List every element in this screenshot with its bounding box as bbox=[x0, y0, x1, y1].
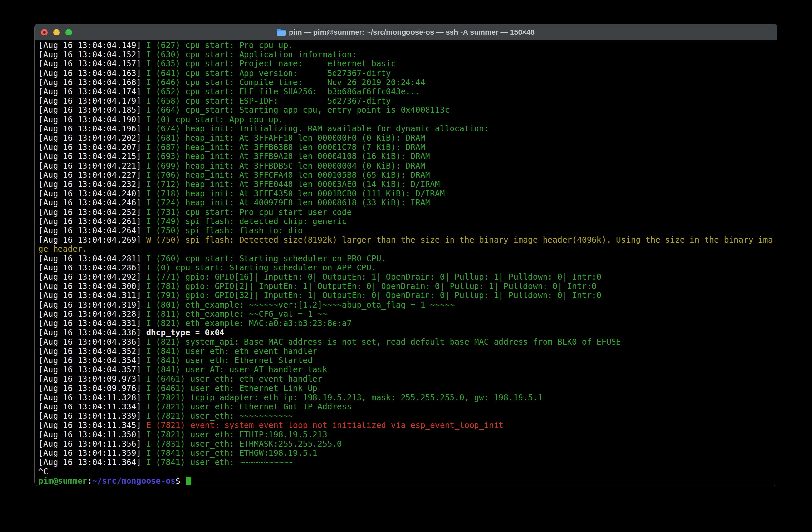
terminal-text-segment: I (646) cpu_start: Compile time: Nov 26 … bbox=[146, 78, 425, 87]
terminal-text-segment: [Aug 16 13:04:11.364] bbox=[39, 458, 146, 467]
terminal-text-segment: [Aug 16 13:04:09.973] bbox=[39, 374, 146, 384]
terminal-text-segment: [Aug 16 13:04:04.240] bbox=[39, 189, 146, 198]
terminal-text-segment: W (750) spi_flash: Detected size(8192k) … bbox=[146, 235, 773, 244]
terminal-row: [Aug 16 13:04:04.190] I (0) cpu_start: A… bbox=[39, 115, 777, 124]
terminal-text-segment: ge header. bbox=[39, 244, 87, 254]
terminal-text-segment: [Aug 16 13:04:04.190] bbox=[39, 115, 146, 124]
terminal-row: [Aug 16 13:04:04.207] I (687) heap_init:… bbox=[39, 143, 777, 152]
window-title: pim — pim@summer: ~/src/mongoose-os — ss… bbox=[289, 28, 535, 37]
terminal-row: [Aug 16 13:04:04.252] I (731) cpu_start:… bbox=[39, 208, 777, 217]
minimize-button[interactable] bbox=[53, 29, 60, 35]
terminal-text-segment: [Aug 16 13:04:11.334] bbox=[39, 402, 146, 412]
terminal-text-segment: I (699) heap_init: At 3FFBDB5C len 00000… bbox=[146, 161, 425, 171]
terminal-text-segment: I (0) cpu_start: App cpu up. bbox=[146, 115, 283, 124]
terminal-text-segment: I (681) heap_init: At 3FFAFF10 len 00000… bbox=[146, 133, 425, 143]
terminal-text-segment: I (635) cpu_start: Project name: etherne… bbox=[146, 59, 396, 68]
terminal-text-segment: [Aug 16 13:04:04.357] bbox=[39, 365, 146, 374]
terminal-text-segment: I (801) eth_example: ~~~~~~ver:[1.2]~~~~… bbox=[146, 300, 455, 310]
terminal-row: ^C bbox=[39, 467, 777, 476]
terminal-screen[interactable]: [Aug 16 13:04:04.149] I (627) cpu_start:… bbox=[34, 40, 777, 486]
terminal-text-segment: [Aug 16 13:04:09.976] bbox=[39, 384, 146, 393]
terminal-text-segment: I (841) user_AT: user_AT_handler_task bbox=[146, 365, 327, 374]
terminal-row: [Aug 16 13:04:04.202] I (681) heap_init:… bbox=[39, 133, 777, 143]
terminal-text-segment: I (6461) user_eth: Ethernet Link Up bbox=[146, 384, 317, 393]
terminal-text-segment: ~/src/mongoose-os bbox=[92, 476, 175, 486]
terminal-row: [Aug 16 13:04:04.163] I (641) cpu_start:… bbox=[39, 69, 777, 78]
terminal-row: [Aug 16 13:04:11.350] I (7821) user_eth:… bbox=[39, 430, 777, 439]
terminal-text-segment: [Aug 16 13:04:04.252] bbox=[39, 208, 146, 217]
terminal-text-segment: I (652) cpu_start: ELF file SHA256: b3b6… bbox=[146, 87, 420, 96]
terminal-text-segment: [Aug 16 13:04:11.350] bbox=[39, 430, 146, 439]
title-bar[interactable]: pim — pim@summer: ~/src/mongoose-os — ss… bbox=[34, 24, 777, 41]
terminal-row: [Aug 16 13:04:04.269] W (750) spi_flash:… bbox=[39, 235, 777, 244]
terminal-text-segment: [Aug 16 13:04:04.149] bbox=[39, 41, 146, 50]
terminal-text-segment: [Aug 16 13:04:04.336] bbox=[39, 337, 146, 347]
terminal-row: [Aug 16 13:04:04.264] I (750) spi_flash:… bbox=[39, 226, 777, 235]
terminal-row: [Aug 16 13:04:04.185] I (664) cpu_start:… bbox=[39, 105, 777, 115]
terminal-text-segment: [Aug 16 13:04:04.292] bbox=[39, 272, 146, 282]
terminal-text-segment: I (706) heap_init: At 3FFCFA48 len 00010… bbox=[146, 171, 430, 180]
terminal-row: [Aug 16 13:04:04.357] I (841) user_AT: u… bbox=[39, 365, 777, 374]
terminal-text-segment: [Aug 16 13:04:04.352] bbox=[39, 347, 146, 356]
close-modified-dot-icon bbox=[43, 31, 46, 33]
terminal-text-segment: [Aug 16 13:04:04.336] bbox=[39, 328, 146, 337]
terminal-row: [Aug 16 13:04:04.292] I (771) gpio: GPIO… bbox=[39, 272, 777, 282]
terminal-row: [Aug 16 13:04:04.174] I (652) cpu_start:… bbox=[39, 87, 777, 96]
terminal-text-segment: I (627) cpu_start: Pro cpu up. bbox=[146, 41, 293, 50]
terminal-text-segment: I (641) cpu_start: App version: 5d27367-… bbox=[146, 69, 391, 78]
terminal-text-segment: I (841) user_eth: eth_event_handler bbox=[146, 347, 317, 356]
terminal-text-segment: [Aug 16 13:04:04.246] bbox=[39, 198, 146, 207]
terminal-text-segment: [Aug 16 13:04:04.319] bbox=[39, 300, 146, 310]
close-button[interactable] bbox=[41, 29, 48, 35]
terminal-text-segment: [Aug 16 13:04:11.328] bbox=[39, 393, 146, 402]
terminal-text-segment: I (771) gpio: GPIO[16]| InputEn: 0| Outp… bbox=[146, 272, 602, 282]
terminal-row: [Aug 16 13:04:09.973] I (6461) user_eth:… bbox=[39, 374, 777, 384]
terminal-text-segment: [Aug 16 13:04:04.281] bbox=[39, 254, 146, 263]
terminal-text-segment: [Aug 16 13:04:04.286] bbox=[39, 263, 146, 272]
terminal-window: pim — pim@summer: ~/src/mongoose-os — ss… bbox=[34, 24, 777, 486]
terminal-text-segment: I (0) cpu_start: Starting scheduler on A… bbox=[146, 263, 376, 272]
terminal-text-segment: I (674) heap_init: Initializing. RAM ava… bbox=[146, 124, 489, 133]
terminal-text-segment: I (7821) user_eth: ~~~~~~~~~~~ bbox=[146, 412, 293, 421]
terminal-row: pim@summer:~/src/mongoose-os$ bbox=[39, 476, 777, 486]
terminal-row: [Aug 16 13:04:04.196] I (674) heap_init:… bbox=[39, 124, 777, 133]
terminal-text-segment: ^C bbox=[39, 467, 48, 476]
terminal-text-segment: $ bbox=[175, 476, 185, 486]
terminal-row: [Aug 16 13:04:11.328] I (7821) tcpip_ada… bbox=[39, 393, 777, 402]
terminal-text-segment: I (687) heap_init: At 3FFB6388 len 00001… bbox=[146, 143, 425, 152]
terminal-text-segment: [Aug 16 13:04:11.359] bbox=[39, 448, 146, 458]
terminal-row: [Aug 16 13:04:04.328] I (811) eth_exampl… bbox=[39, 310, 777, 319]
terminal-text-segment: I (658) cpu_start: ESP-IDF: 5d27367-dirt… bbox=[146, 96, 391, 105]
terminal-row: [Aug 16 13:04:11.334] I (7821) user_eth:… bbox=[39, 402, 777, 412]
terminal-text-segment: I (731) cpu_start: Pro cpu start user co… bbox=[146, 208, 352, 217]
terminal-row: [Aug 16 13:04:04.281] I (760) cpu_start:… bbox=[39, 254, 777, 263]
terminal-text-segment: : bbox=[87, 476, 92, 486]
terminal-text-segment: [Aug 16 13:04:04.354] bbox=[39, 356, 146, 365]
terminal-row: [Aug 16 13:04:04.336] I (821) system_api… bbox=[39, 337, 777, 347]
terminal-text-segment: [Aug 16 13:04:04.196] bbox=[39, 124, 146, 133]
terminal-text-segment: [Aug 16 13:04:04.331] bbox=[39, 319, 146, 328]
terminal-text-segment: I (841) user_eth: Ethernet Started bbox=[146, 356, 313, 365]
terminal-row: [Aug 16 13:04:04.168] I (646) cpu_start:… bbox=[39, 78, 777, 87]
terminal-row: [Aug 16 13:04:04.179] I (658) cpu_start:… bbox=[39, 96, 777, 105]
terminal-row: [Aug 16 13:04:11.359] I (7841) user_eth:… bbox=[39, 448, 777, 458]
terminal-text-segment: I (724) heap_init: At 400979E8 len 00008… bbox=[146, 198, 430, 207]
terminal-text-segment: [Aug 16 13:04:04.264] bbox=[39, 226, 146, 235]
terminal-text-segment: I (7821) user_eth: ETHIP:198.19.5.213 bbox=[146, 430, 327, 439]
terminal-text-segment: [Aug 16 13:04:04.152] bbox=[39, 50, 146, 59]
folder-icon bbox=[277, 29, 286, 36]
terminal-text-segment: I (760) cpu_start: Starting scheduler on… bbox=[146, 254, 386, 263]
zoom-button[interactable] bbox=[66, 29, 72, 35]
terminal-row: [Aug 16 13:04:09.976] I (6461) user_eth:… bbox=[39, 384, 777, 393]
terminal-row: [Aug 16 13:04:04.319] I (801) eth_exampl… bbox=[39, 300, 777, 310]
terminal-text-segment: [Aug 16 13:04:04.174] bbox=[39, 87, 146, 96]
terminal-text-segment: pim@summer bbox=[39, 476, 87, 486]
terminal-row: [Aug 16 13:04:04.261] I (749) spi_flash:… bbox=[39, 217, 777, 226]
terminal-row: [Aug 16 13:04:04.149] I (627) cpu_start:… bbox=[39, 41, 777, 50]
terminal-text-segment: [Aug 16 13:04:04.202] bbox=[39, 133, 146, 143]
terminal-row: [Aug 16 13:04:04.157] I (635) cpu_start:… bbox=[39, 59, 777, 68]
terminal-text-segment: [Aug 16 13:04:04.261] bbox=[39, 217, 146, 226]
terminal-text-segment: [Aug 16 13:04:11.345] bbox=[39, 421, 146, 430]
terminal-row: [Aug 16 13:04:04.352] I (841) user_eth: … bbox=[39, 347, 777, 356]
terminal-text-segment: I (811) eth_example: ~~CFG_val = 1 ~~ bbox=[146, 310, 327, 319]
